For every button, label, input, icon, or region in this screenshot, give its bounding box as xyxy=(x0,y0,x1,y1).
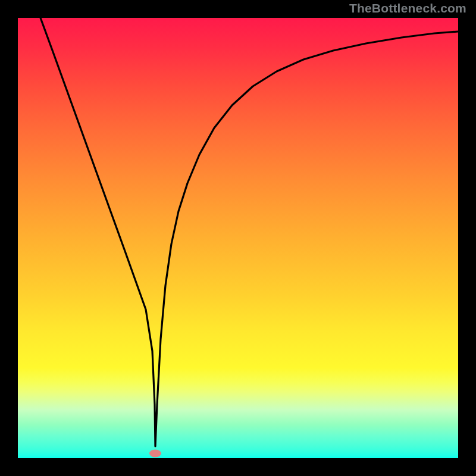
chart-frame: TheBottleneck.com xyxy=(0,0,476,476)
curve-path xyxy=(40,18,458,446)
bottleneck-curve xyxy=(18,18,458,458)
watermark-text: TheBottleneck.com xyxy=(349,1,466,15)
